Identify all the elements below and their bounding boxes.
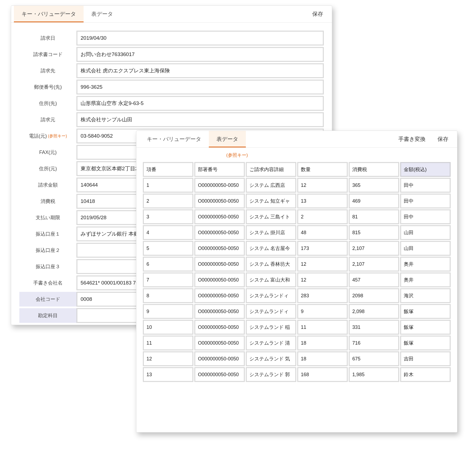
table-cell[interactable]	[246, 209, 296, 224]
table-cell[interactable]	[400, 320, 451, 335]
table-cell[interactable]	[297, 257, 348, 271]
table-cell[interactable]	[349, 304, 399, 319]
table-cell[interactable]	[400, 241, 451, 256]
table-cell[interactable]	[194, 336, 245, 350]
table-cell[interactable]	[194, 194, 245, 208]
table-cell[interactable]	[349, 288, 399, 303]
table-cell[interactable]	[246, 351, 296, 366]
table-cell[interactable]	[297, 178, 348, 193]
table-cell[interactable]	[400, 209, 451, 224]
kv-input[interactable]	[77, 63, 324, 78]
table-cell[interactable]	[194, 367, 245, 382]
table-cell[interactable]	[143, 273, 193, 287]
table-cell[interactable]	[400, 336, 451, 350]
table-cell[interactable]	[143, 304, 193, 319]
table-cell[interactable]	[194, 209, 245, 224]
table-cell[interactable]	[297, 194, 348, 208]
table-header-cell[interactable]	[349, 162, 399, 177]
table-cell[interactable]	[349, 209, 399, 224]
table-cell[interactable]	[246, 241, 296, 256]
table-cell[interactable]	[349, 257, 399, 271]
table-cell[interactable]	[194, 304, 245, 319]
table-cell[interactable]	[194, 273, 245, 287]
table-cell[interactable]	[297, 273, 348, 287]
table-cell[interactable]	[349, 225, 399, 240]
table-cell[interactable]	[297, 209, 348, 224]
table-cell[interactable]	[194, 178, 245, 193]
table-header-cell[interactable]	[194, 162, 245, 177]
table-cell[interactable]	[400, 194, 451, 208]
table-cell[interactable]	[246, 257, 296, 271]
table-header-cell[interactable]	[246, 162, 296, 177]
table-cell[interactable]	[400, 367, 451, 382]
kv-input[interactable]	[77, 96, 324, 111]
table-header-cell[interactable]	[297, 162, 348, 177]
table-cell[interactable]	[246, 225, 296, 240]
tab-table[interactable]: 表データ	[84, 6, 121, 22]
table-cell[interactable]	[400, 288, 451, 303]
table-cell[interactable]	[194, 320, 245, 335]
table-cell[interactable]	[194, 288, 245, 303]
table-cell[interactable]	[246, 304, 296, 319]
table-cell[interactable]	[297, 367, 348, 382]
table-cell[interactable]	[246, 367, 296, 382]
table-cell[interactable]	[194, 241, 245, 256]
table-cell[interactable]	[143, 178, 193, 193]
table-cell[interactable]	[297, 320, 348, 335]
table-row	[143, 304, 451, 319]
table-cell[interactable]	[400, 304, 451, 319]
table-cell[interactable]	[297, 225, 348, 240]
table-cell[interactable]	[349, 320, 399, 335]
table-header-cell[interactable]	[400, 162, 451, 177]
table-cell[interactable]	[400, 257, 451, 271]
table-cell[interactable]	[143, 225, 193, 240]
handwriting-convert-button[interactable]: 手書き変換	[392, 135, 432, 143]
table-cell[interactable]	[143, 194, 193, 208]
panel-table: キー・バリューデータ 表データ 手書き変換 保存 (参照キー)	[136, 131, 457, 432]
table-cell[interactable]	[143, 288, 193, 303]
table-cell[interactable]	[246, 273, 296, 287]
table-cell[interactable]	[143, 367, 193, 382]
table-cell[interactable]	[400, 225, 451, 240]
table-cell[interactable]	[246, 288, 296, 303]
table-cell[interactable]	[297, 351, 348, 366]
table-cell[interactable]	[349, 178, 399, 193]
table-cell[interactable]	[349, 367, 399, 382]
table-cell[interactable]	[349, 194, 399, 208]
table-cell[interactable]	[143, 336, 193, 350]
table-cell[interactable]	[246, 194, 296, 208]
save-button-b[interactable]: 保存	[432, 135, 454, 143]
table-cell[interactable]	[297, 336, 348, 350]
kv-input[interactable]	[77, 80, 324, 94]
table-cell[interactable]	[246, 178, 296, 193]
table-cell[interactable]	[143, 209, 193, 224]
tab-kv-b[interactable]: キー・バリューデータ	[139, 131, 209, 147]
table-cell[interactable]	[400, 178, 451, 193]
table-cell[interactable]	[400, 351, 451, 366]
table-cell[interactable]	[297, 241, 348, 256]
table-cell[interactable]	[194, 257, 245, 271]
table-cell[interactable]	[194, 351, 245, 366]
tab-kv[interactable]: キー・バリューデータ	[14, 6, 84, 22]
table-cell[interactable]	[143, 351, 193, 366]
table-cell[interactable]	[349, 351, 399, 366]
table-cell[interactable]	[246, 320, 296, 335]
kv-input[interactable]	[77, 47, 324, 62]
table-cell[interactable]	[143, 241, 193, 256]
table-cell[interactable]	[246, 336, 296, 350]
table-cell[interactable]	[349, 336, 399, 350]
table-cell[interactable]	[349, 273, 399, 287]
table-cell[interactable]	[400, 273, 451, 287]
save-button[interactable]: 保存	[306, 10, 329, 18]
kv-input[interactable]	[77, 112, 324, 127]
tab-table-b[interactable]: 表データ	[209, 131, 246, 147]
table-header-cell[interactable]	[143, 162, 193, 177]
table-cell[interactable]	[143, 320, 193, 335]
table-cell[interactable]	[349, 241, 399, 256]
table-cell[interactable]	[297, 304, 348, 319]
kv-input[interactable]	[77, 31, 324, 45]
table-cell[interactable]	[194, 225, 245, 240]
table-cell[interactable]	[143, 257, 193, 271]
table-row	[143, 209, 451, 224]
table-cell[interactable]	[297, 288, 348, 303]
